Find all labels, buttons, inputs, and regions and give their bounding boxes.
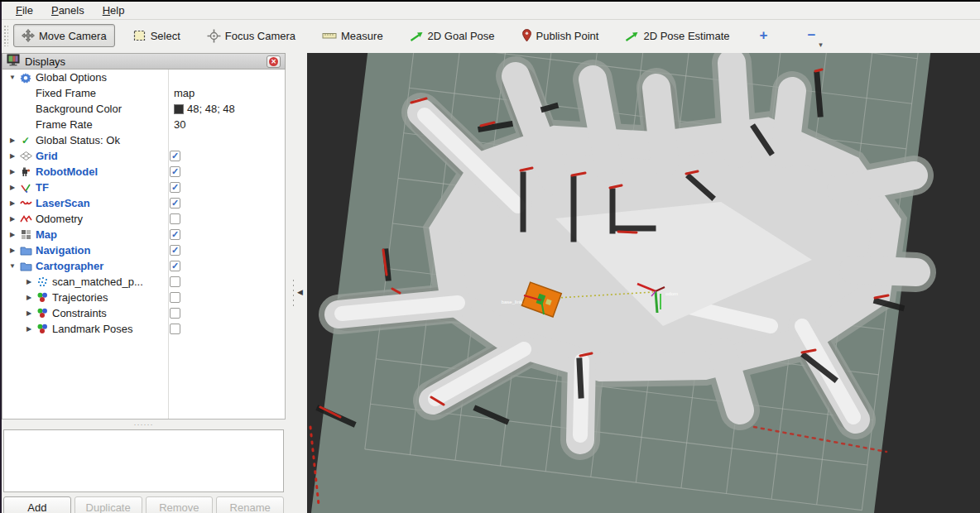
row-trajectories[interactable]: ▶ Trajectories: [2, 290, 285, 305]
panel-view-splitter[interactable]: ◀: [286, 53, 307, 513]
constraints-checkbox[interactable]: [170, 308, 180, 319]
property-value[interactable]: map: [174, 87, 195, 99]
displays-tree: ▼ Global Options Fixed Frame map Backgro…: [2, 70, 286, 420]
grid-checkbox[interactable]: ✓: [170, 151, 180, 161]
rename-button[interactable]: Rename: [216, 496, 284, 513]
expander-icon[interactable]: ▶: [7, 137, 18, 144]
row-constraints[interactable]: ▶ Constraints: [2, 305, 285, 321]
render-viewport[interactable]: base_link odom: [307, 53, 980, 513]
tf-checkbox[interactable]: ✓: [170, 182, 180, 193]
folder-icon: [18, 261, 33, 271]
displays-panel: Displays ✕ ▼ Global Options: [2, 53, 286, 513]
gear-icon: [18, 72, 33, 84]
row-grid[interactable]: ▶ Grid ✓: [2, 148, 285, 164]
panel-collapse-handle[interactable]: ◀: [292, 278, 303, 306]
estimate-arrow-icon: [625, 30, 639, 42]
laserscan-checkbox[interactable]: ✓: [170, 198, 180, 209]
row-landmark-poses[interactable]: ▶ Landmark Poses: [2, 321, 285, 337]
expander-icon[interactable]: ▶: [7, 184, 18, 191]
duplicate-button[interactable]: Duplicate: [74, 496, 142, 513]
measure-tool[interactable]: Measure: [314, 25, 392, 47]
landmark-poses-checkbox[interactable]: [170, 324, 180, 334]
property-label: Fixed Frame: [36, 87, 96, 99]
row-global-options[interactable]: ▼ Global Options: [2, 70, 285, 85]
pointcloud-icon: [35, 276, 50, 287]
navigation-checkbox[interactable]: ✓: [170, 245, 180, 256]
row-scan-matched[interactable]: ▶ scan_matched_p...: [2, 274, 285, 290]
expander-icon[interactable]: ▶: [23, 278, 35, 285]
row-tf[interactable]: ▶ TF ✓: [2, 180, 285, 195]
toolbar: Move Camera Select Focus Camera Measure: [0, 20, 980, 51]
panel-title: Displays: [25, 55, 267, 68]
expander-icon[interactable]: ▶: [7, 199, 18, 207]
robot-icon: [18, 166, 33, 177]
expander-icon[interactable]: ▶: [7, 231, 18, 238]
cartographer-checkbox[interactable]: ✓: [170, 261, 180, 271]
panel-close-button[interactable]: ✕: [267, 55, 281, 68]
pose-estimate-tool[interactable]: 2D Pose Estimate: [617, 25, 737, 47]
menu-bar: File Panels Help: [0, 2, 980, 20]
row-cartographer[interactable]: ▼ Cartographer ✓: [2, 258, 285, 274]
tf-label-remote: odom: [665, 291, 678, 296]
expander-icon[interactable]: ▼: [7, 262, 18, 270]
row-label: Landmark Poses: [52, 323, 133, 335]
row-robotmodel[interactable]: ▶ RobotModel ✓: [2, 164, 285, 180]
tool-label: Focus Camera: [225, 30, 295, 42]
row-label: Grid: [36, 150, 58, 162]
panel-horizontal-splitter[interactable]: ······: [2, 420, 286, 429]
expander-icon[interactable]: ▶: [7, 168, 18, 175]
expander-icon[interactable]: ▶: [7, 247, 18, 254]
trajectories-checkbox[interactable]: [170, 292, 180, 303]
tool-label: Publish Point: [536, 30, 599, 42]
tool-label: Measure: [341, 30, 383, 42]
splitter-dots-icon: ······: [134, 423, 154, 426]
measure-icon: [322, 30, 337, 41]
property-value[interactable]: 48; 48; 48: [174, 103, 235, 115]
toolbar-drag-handle[interactable]: [3, 25, 8, 46]
row-odometry[interactable]: ▶ Odometry: [2, 211, 285, 227]
row-background-color[interactable]: Background Color 48; 48; 48: [2, 101, 285, 117]
row-map[interactable]: ▶ Map ✓: [2, 227, 285, 242]
displays-panel-header[interactable]: Displays ✕: [2, 53, 286, 70]
expander-icon[interactable]: ▶: [7, 215, 18, 223]
select-tool[interactable]: Select: [125, 24, 189, 47]
row-label: LaserScan: [36, 197, 90, 209]
add-tool-button[interactable]: +: [751, 26, 776, 46]
tf-label-robot: base_link: [502, 300, 523, 304]
expander-icon[interactable]: ▼: [7, 74, 18, 81]
row-fixed-frame[interactable]: Fixed Frame map: [2, 85, 285, 101]
menu-help[interactable]: Help: [95, 3, 132, 17]
row-frame-rate[interactable]: Frame Rate 30: [2, 117, 285, 132]
expander-icon[interactable]: ▶: [23, 325, 35, 333]
goal-pose-tool[interactable]: 2D Goal Pose: [401, 25, 503, 47]
focus-camera-tool[interactable]: Focus Camera: [199, 24, 304, 48]
splitter-grip-icon: [292, 278, 295, 306]
remove-button[interactable]: Remove: [146, 496, 214, 513]
expander-icon[interactable]: ▶: [23, 309, 35, 317]
property-value[interactable]: 30: [174, 118, 185, 131]
row-laserscan[interactable]: ▶ LaserScan ✓: [2, 195, 285, 211]
move-camera-tool[interactable]: Move Camera: [13, 24, 115, 47]
tool-dropdown-icon[interactable]: ▾: [819, 41, 823, 51]
robotmodel-checkbox[interactable]: ✓: [170, 166, 180, 177]
scan-matched-checkbox[interactable]: [170, 276, 180, 287]
map-checkbox[interactable]: ✓: [170, 229, 180, 240]
row-global-status[interactable]: ▶ ✓ Global Status: Ok: [2, 132, 285, 148]
add-button[interactable]: Add: [3, 496, 71, 513]
row-navigation[interactable]: ▶ Navigation ✓: [2, 242, 285, 258]
goal-arrow-icon: [410, 30, 424, 42]
row-label: Navigation: [36, 244, 90, 256]
expander-icon[interactable]: ▶: [7, 152, 18, 160]
odometry-checkbox[interactable]: [170, 213, 180, 224]
spheres-icon: [35, 324, 50, 334]
row-label: Trajectories: [52, 291, 108, 304]
menu-panels[interactable]: Panels: [44, 3, 92, 17]
menu-file[interactable]: File: [8, 3, 41, 17]
publish-point-tool[interactable]: Publish Point: [513, 24, 608, 47]
property-label: Background Color: [36, 103, 122, 115]
expander-icon[interactable]: ▶: [23, 294, 35, 301]
monitor-icon: [7, 54, 20, 70]
row-label: TF: [36, 181, 49, 194]
map-icon: [18, 229, 33, 240]
row-label: Map: [36, 228, 57, 241]
